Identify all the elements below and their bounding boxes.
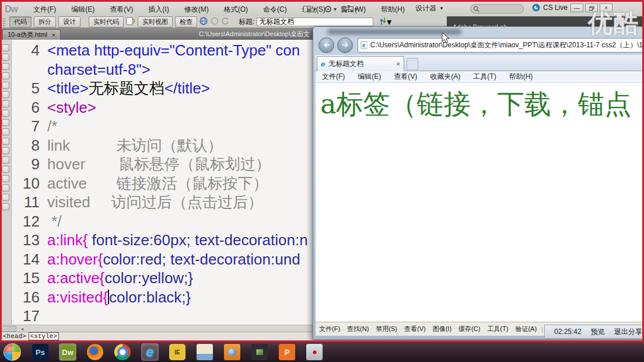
pplive-icon[interactable]: P bbox=[279, 344, 295, 360]
camera-icon[interactable] bbox=[224, 344, 240, 360]
page-link-text[interactable]: a标签（链接，下载，锚点 bbox=[316, 83, 644, 123]
ie-menu-item[interactable]: 编辑(E) bbox=[351, 72, 387, 82]
code-token: font-size:60px; text-decoration:n bbox=[88, 231, 307, 249]
extend-gear-icon[interactable]: ▾ bbox=[324, 5, 337, 13]
code-view-button[interactable]: 代码 bbox=[9, 16, 32, 27]
firefox-icon[interactable] bbox=[87, 344, 103, 360]
cs-live-button[interactable]: CS Live bbox=[532, 4, 568, 12]
site-icon[interactable]: ▾ bbox=[345, 5, 358, 13]
ie-menu-item[interactable]: 文件(F) bbox=[316, 72, 351, 82]
code-token: charset=utf-8"> bbox=[47, 61, 150, 78]
devbar-menu-item[interactable]: 查看(V) bbox=[401, 325, 429, 333]
dw-menu-item[interactable]: 插入(I) bbox=[141, 3, 176, 16]
balance-braces-icon[interactable] bbox=[2, 100, 9, 107]
expand-all-icon[interactable] bbox=[2, 82, 9, 89]
refresh-icon[interactable] bbox=[221, 17, 229, 27]
line-number: 7 bbox=[12, 117, 47, 136]
tag-selector-style[interactable]: <style> bbox=[29, 332, 59, 340]
ie-menu-bar: 文件(F)编辑(E)查看(V)收藏夹(A)工具(T)帮助(H) bbox=[316, 71, 644, 83]
collapse-selection-icon[interactable] bbox=[2, 72, 9, 79]
devbar-menu-item[interactable]: 工具(T) bbox=[484, 325, 512, 333]
recording-frame-top bbox=[0, 0, 644, 2]
open-documents-icon[interactable] bbox=[2, 44, 9, 51]
document-title-input[interactable] bbox=[257, 18, 373, 26]
scrollbar-arrow-icon[interactable]: ◂ bbox=[21, 326, 23, 332]
dw-menu-item[interactable]: 命令(C) bbox=[256, 3, 295, 16]
dw-menu-item[interactable]: 查看(V) bbox=[102, 3, 141, 16]
devbar-menu-item[interactable]: 查找(N) bbox=[344, 325, 372, 333]
move-or-convert-css-icon[interactable] bbox=[2, 175, 9, 182]
ie-menu-item[interactable]: 帮助(H) bbox=[503, 72, 540, 82]
devbar-menu-item[interactable]: 禁用(S) bbox=[372, 325, 401, 333]
svg-text:e: e bbox=[362, 42, 366, 48]
inspect-button[interactable]: 检查 bbox=[175, 16, 197, 27]
dw-menu-item[interactable]: 修改(M) bbox=[177, 3, 216, 16]
app-icon-label: Dw bbox=[62, 348, 74, 357]
ie-menu-item[interactable]: 工具(T) bbox=[467, 72, 502, 82]
indent-code-icon[interactable] bbox=[2, 185, 9, 192]
recent-snippets-icon[interactable] bbox=[2, 166, 9, 173]
exit-share-button[interactable]: 退出分享 bbox=[614, 327, 642, 337]
dw-menu-item[interactable]: 文件(F) bbox=[26, 3, 64, 16]
dreamweaver-logo: Dw bbox=[5, 4, 18, 15]
image-viewer-icon[interactable] bbox=[251, 344, 268, 360]
dw-menu-item[interactable]: 格式(O) bbox=[216, 3, 256, 16]
back-button[interactable] bbox=[318, 37, 334, 53]
tab-close-icon[interactable]: × bbox=[396, 60, 400, 68]
remove-comment-icon[interactable] bbox=[2, 147, 9, 154]
chrome-icon[interactable] bbox=[114, 344, 131, 360]
workspace-switcher[interactable]: 设计器 ▼ bbox=[415, 4, 444, 13]
new-tab-button[interactable] bbox=[407, 58, 418, 70]
live-code-button[interactable]: 实时代码 bbox=[89, 16, 124, 27]
line-number: 4 bbox=[12, 41, 47, 60]
design-view-button[interactable]: 设计 bbox=[58, 16, 80, 27]
photoshop-icon[interactable]: Ps bbox=[32, 344, 48, 360]
wrap-tag-icon[interactable] bbox=[2, 156, 9, 163]
minimize-button[interactable]: — bbox=[570, 4, 583, 12]
ie-menu-item[interactable]: 查看(V) bbox=[387, 72, 424, 82]
dw-menu-item[interactable]: 编辑(E) bbox=[64, 3, 102, 16]
scrollbar-thumb[interactable] bbox=[0, 326, 16, 332]
devbar-menu-item[interactable]: 文件(F) bbox=[316, 325, 344, 333]
app-icon-label: IE bbox=[174, 349, 180, 356]
devbar-menu-item[interactable]: 图像(I) bbox=[429, 325, 455, 333]
layout-switcher-icon[interactable]: ▾ bbox=[303, 6, 316, 13]
devbar-menu-item[interactable]: 缓存(C) bbox=[455, 325, 484, 333]
format-source-code-icon[interactable] bbox=[2, 203, 9, 210]
code-text: a:visited{color:black;} bbox=[47, 288, 191, 307]
ie-menu-item[interactable]: 收藏夹(A) bbox=[424, 72, 467, 82]
live-code-icon[interactable] bbox=[126, 17, 135, 27]
line-number bbox=[12, 60, 47, 79]
start-button[interactable] bbox=[4, 343, 21, 361]
code-text: charset=utf-8"> bbox=[47, 60, 150, 79]
dreamweaver-icon[interactable]: Dw bbox=[60, 344, 76, 360]
tag-selector-head[interactable]: <head> bbox=[3, 333, 26, 340]
outdent-code-icon[interactable] bbox=[2, 194, 9, 201]
ie-icon[interactable]: e bbox=[142, 344, 158, 360]
check-browser-compat-icon[interactable] bbox=[211, 17, 219, 27]
line-numbers-icon[interactable] bbox=[2, 110, 9, 117]
highlight-invalid-code-icon[interactable] bbox=[2, 119, 9, 126]
explorer-icon[interactable] bbox=[197, 344, 213, 360]
select-parent-tag-icon[interactable] bbox=[2, 91, 9, 98]
syntax-error-alerts-icon[interactable] bbox=[2, 128, 9, 135]
code-token: <title> bbox=[47, 79, 89, 97]
devbar-menu-item[interactable]: 验证(A) bbox=[512, 325, 540, 333]
show-code-navigator-icon[interactable] bbox=[2, 54, 9, 61]
dw-menu-item[interactable]: 帮助(H) bbox=[373, 3, 412, 16]
ietester-icon[interactable]: IE bbox=[169, 344, 186, 360]
split-view-button[interactable]: 拆分 bbox=[34, 16, 56, 27]
preview-button[interactable]: 预览 bbox=[591, 327, 605, 337]
ie-tab[interactable]: e 无标题文档 × bbox=[317, 56, 404, 71]
preview-in-browser-icon[interactable] bbox=[200, 17, 208, 27]
search-input[interactable] bbox=[470, 4, 524, 13]
screenshot-icon[interactable] bbox=[306, 344, 323, 360]
line-number: 6 bbox=[12, 98, 47, 117]
address-text: C:\Users\Administrator\Desktop\桌面文件\miao… bbox=[370, 40, 644, 50]
forward-button[interactable] bbox=[337, 37, 353, 53]
collapse-full-tag-icon[interactable] bbox=[2, 63, 9, 70]
apply-comment-icon[interactable] bbox=[2, 138, 9, 145]
address-bar[interactable]: e C:\Users\Administrator\Desktop\桌面文件\mi… bbox=[358, 38, 644, 53]
live-view-button[interactable]: 实时视图 bbox=[138, 16, 173, 27]
code-token: 无标题文档 bbox=[89, 79, 164, 97]
